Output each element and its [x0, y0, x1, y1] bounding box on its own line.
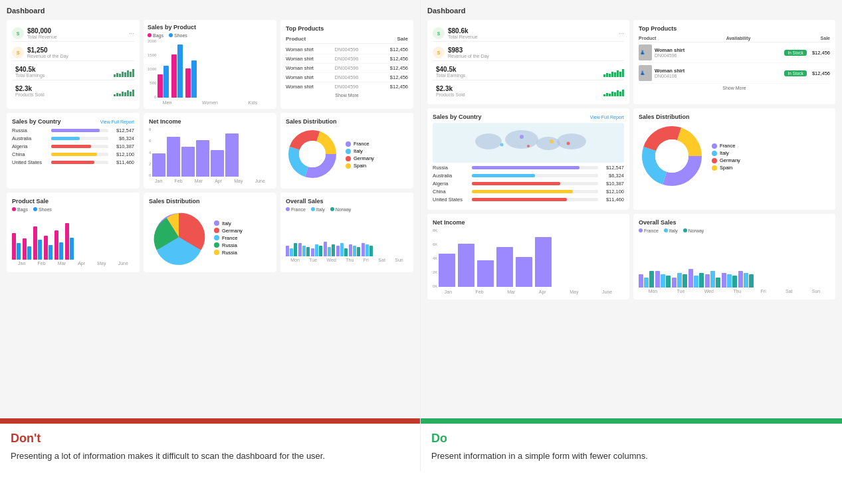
sales-distribution-pie-title: Sales Distribution — [149, 198, 271, 205]
right-country-list: Russia $12,547 Australia $6,324 Algeria — [433, 165, 624, 203]
right-donut-legend: France Italy Germany Spain — [712, 143, 740, 172]
product-name-1: Woman shirt — [655, 47, 782, 53]
right-net-income-x-labels: JanFebMarAprMayJune — [433, 290, 624, 294]
availability-badge-1: In Stock — [784, 50, 806, 56]
do-annotation: Do Present information in a simple form … — [421, 424, 842, 471]
table-row: Woman shirtDN004596$12,456 — [286, 64, 408, 73]
revenue-icon: $ — [12, 27, 24, 39]
right-country-row-china: China $12,100 — [433, 189, 624, 195]
svg-point-24 — [655, 139, 688, 173]
product-sale-x-labels: JanFebMarAprMayJune — [12, 261, 134, 266]
dont-heading: Don't — [11, 432, 410, 446]
net-income-chart — [152, 130, 239, 177]
right-donut-chart — [639, 123, 705, 189]
do-heading: Do — [431, 432, 831, 446]
right-net-income-title: Net Income — [433, 219, 624, 226]
right-top-products-card: Top Products ProductAvailabilitySale 👗 W… — [633, 20, 835, 104]
product-thumb-1: 👗 — [639, 44, 652, 60]
right-revenue-icon: $ — [433, 27, 445, 39]
right-earnings-mini-chart — [603, 66, 624, 77]
product-price-2: $12,456 — [812, 70, 830, 76]
availability-badge-2: In Stock — [784, 70, 806, 76]
country-list: Russia $12,547 Australia $6,324 Algeria — [12, 127, 134, 165]
product-sale-title: Product Sale — [12, 198, 134, 205]
left-earnings-label: Total Earnings — [15, 73, 114, 78]
sales-by-product-x-labels: MenWomenKids — [148, 100, 272, 105]
pie-chart-area: Italy Germany France Russia Russia — [149, 207, 271, 267]
overall-sales-chart — [286, 213, 408, 256]
right-total-revenue-value: $80.6k — [448, 27, 619, 35]
product-row-2: 👗 Woman shirt DN004106 In Stock $12,456 — [639, 63, 830, 84]
sales-by-product-title: Sales by Product — [148, 24, 272, 31]
right-sales-distribution-donut-card: Sales Distribution France Italy G — [633, 108, 835, 210]
right-products-value: $2.3k — [436, 85, 603, 92]
left-overall-sales-card: Overall Sales France Italy Norway — [280, 193, 413, 272]
left-total-revenue-label: Total Revenue — [27, 35, 129, 39]
right-donut-chart-area: France Italy Germany Spain — [639, 123, 830, 189]
sales-by-country-header: Sales by Country View Full Report — [12, 118, 134, 125]
dont-bar — [0, 418, 420, 424]
country-row-algeria: Algeria $10,387 — [12, 143, 134, 149]
more-icon[interactable]: ··· — [129, 30, 134, 37]
left-sales-by-product-card: Sales by Product Bags Shoes 200015001000… — [144, 20, 276, 109]
product-price-1: $12,456 — [812, 50, 830, 56]
right-sales-by-country-title: Sales by Country — [433, 114, 482, 120]
product-info-2: Woman shirt DN004106 — [655, 68, 782, 78]
net-income-x-labels: JanFebMarAprMayJune — [149, 179, 271, 183]
overall-sales-legend: France Italy Norway — [286, 207, 408, 212]
right-show-more-link[interactable]: Show More — [639, 86, 830, 90]
right-total-revenue-label: Total Revenue — [448, 35, 619, 39]
country-row-russia: Russia $12,547 — [12, 127, 134, 133]
product-id-1: DN004596 — [655, 53, 782, 58]
right-day-revenue-label: Revenue of the Day — [448, 54, 624, 58]
right-more-icon[interactable]: ··· — [619, 30, 624, 37]
product-sale-legend: Bags Shoes — [12, 207, 134, 212]
left-show-more-link[interactable]: Show More — [286, 93, 408, 98]
table-row: Woman shirtDN004596$12,456 — [286, 54, 408, 64]
left-day-revenue-value: $1,250 — [27, 46, 134, 54]
pie-legend: Italy Germany France Russia Russia — [214, 220, 243, 257]
right-overall-sales-title: Overall Sales — [639, 219, 830, 226]
left-top-products-card: Top Products Product Sale Woman shirtDN0… — [280, 20, 413, 109]
right-view-full-report-link[interactable]: View Full Report — [590, 115, 624, 120]
overall-sales-x-labels: MonTueWedThuFriSatSun — [286, 258, 408, 262]
right-day-revenue-icon: $ — [433, 46, 445, 58]
svg-point-12 — [505, 130, 538, 149]
donut-chart-area: France Italy Germany Spain — [286, 127, 408, 181]
right-earnings-value: $40.5k — [436, 66, 603, 73]
left-total-revenue-value: $80,000 — [27, 27, 129, 35]
net-income-title: Net Income — [149, 118, 271, 125]
sales-distribution-title: Sales Distribution — [286, 118, 408, 125]
right-products-label: Products Sold — [436, 92, 603, 97]
dont-annotation: Don't Presenting a lot of information ma… — [0, 424, 421, 471]
right-dashboard-title: Dashboard — [427, 7, 835, 15]
left-products-value: $2.3k — [15, 85, 114, 92]
donut-chart — [286, 127, 339, 181]
right-country-row-russia: Russia $12,547 — [433, 165, 624, 171]
map-svg — [433, 125, 624, 161]
do-bar — [421, 418, 842, 424]
col-sale: Sale — [368, 36, 408, 42]
country-row-australia: Australia $6,324 — [12, 135, 134, 141]
left-net-income-card: Net Income 86420 — [144, 113, 276, 189]
svg-point-11 — [475, 133, 502, 149]
svg-point-19 — [567, 141, 570, 145]
left-top-products-title: Top Products — [286, 25, 408, 32]
right-country-row-algeria: Algeria $10,387 — [433, 181, 624, 187]
sales-by-country-title: Sales by Country — [12, 118, 61, 125]
sales-by-product-legend: Bags Shoes — [148, 33, 272, 38]
dont-text: Presenting a lot of information makes it… — [11, 450, 410, 463]
left-top-products-header: Product Sale — [286, 35, 408, 44]
svg-text:👗: 👗 — [640, 70, 645, 76]
right-products-mini-chart — [603, 86, 624, 96]
pie-chart — [149, 207, 209, 267]
day-revenue-icon: $ — [12, 46, 24, 58]
right-earnings-label: Total Earnings — [436, 73, 603, 78]
view-full-report-link[interactable]: View Full Report — [100, 120, 134, 124]
world-map — [433, 123, 624, 163]
product-sale-chart — [12, 213, 134, 260]
svg-point-14 — [557, 133, 586, 149]
svg-point-15 — [520, 135, 524, 139]
product-row-1: 👗 Woman shirt DN004596 In Stock $12,456 — [639, 42, 830, 63]
svg-text:👗: 👗 — [640, 50, 645, 55]
